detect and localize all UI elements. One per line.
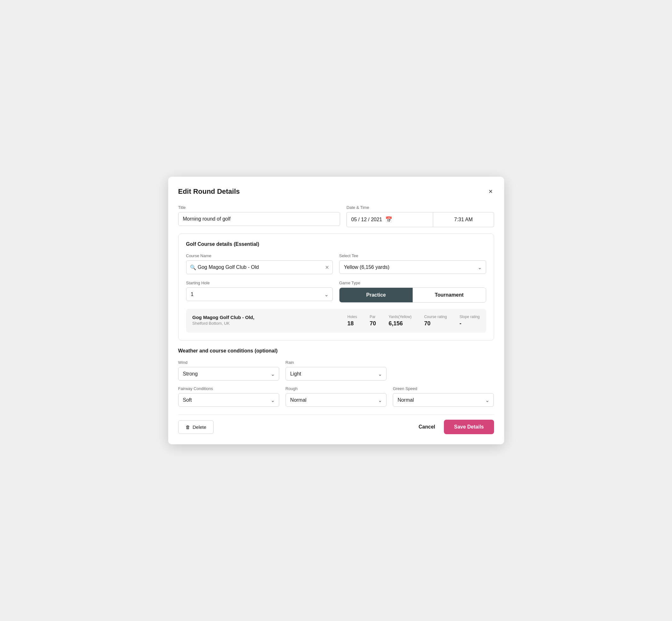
wind-label: Wind <box>178 360 279 365</box>
green-speed-group: Green Speed Slow Normal Fast Very Fast ⌄ <box>393 386 494 407</box>
rain-label: Rain <box>286 360 386 365</box>
rain-dropdown[interactable]: None Light Moderate Heavy <box>286 367 386 380</box>
practice-button[interactable]: Practice <box>339 288 413 302</box>
course-location: Shelford Bottom, UK <box>193 321 347 326</box>
time-box[interactable]: 7:31 AM <box>433 212 494 227</box>
stat-holes: Holes 18 <box>347 315 357 327</box>
search-icon: 🔍 <box>190 264 196 271</box>
close-button[interactable]: × <box>488 187 494 196</box>
starting-hole-label: Starting Hole <box>186 281 333 285</box>
golf-course-section: Golf Course details (Essential) Course N… <box>178 234 494 340</box>
wind-wrapper: Calm Light Moderate Strong Very Strong ⌄ <box>178 367 279 380</box>
conditions-section-title: Weather and course conditions (optional) <box>178 348 494 354</box>
title-group: Title <box>178 205 340 226</box>
delete-label: Delete <box>193 424 206 430</box>
rough-label: Rough <box>286 386 386 391</box>
save-button[interactable]: Save Details <box>444 420 494 434</box>
green-speed-wrapper: Slow Normal Fast Very Fast ⌄ <box>393 393 494 407</box>
stat-yards: Yards(Yellow) 6,156 <box>389 315 412 327</box>
clear-icon[interactable]: ✕ <box>325 264 329 271</box>
rough-dropdown[interactable]: Short Normal Long <box>286 393 386 407</box>
title-label: Title <box>178 205 340 210</box>
select-tee-group: Select Tee Yellow (6,156 yards) ⌄ <box>339 253 486 274</box>
course-name-label: Course Name <box>186 253 333 258</box>
date-box[interactable]: 05 / 12 / 2021 📅 <box>346 212 433 227</box>
slope-rating-label: Slope rating <box>459 315 479 319</box>
course-name-bold: Gog Magog Golf Club - Old, <box>193 315 347 320</box>
trash-icon: 🗑 <box>185 424 190 430</box>
course-rating-label: Course rating <box>424 315 447 319</box>
course-stats: Holes 18 Par 70 Yards(Yellow) 6,156 Cour… <box>347 315 480 327</box>
yards-label: Yards(Yellow) <box>389 315 412 319</box>
datetime-group: Date & Time 05 / 12 / 2021 📅 7:31 AM <box>346 205 494 227</box>
wind-dropdown[interactable]: Calm Light Moderate Strong Very Strong <box>178 367 279 380</box>
green-speed-label: Green Speed <box>393 386 494 391</box>
starting-hole-wrapper: 1 10 ⌄ <box>186 287 333 301</box>
select-tee-wrapper: Yellow (6,156 yards) ⌄ <box>339 260 486 274</box>
stat-slope-rating: Slope rating - <box>459 315 479 327</box>
course-name-search-wrapper: 🔍 ✕ <box>186 260 333 274</box>
starting-hole-dropdown[interactable]: 1 10 <box>186 287 333 301</box>
course-name-tee-row: Course Name 🔍 ✕ Select Tee Yellow (6,156… <box>186 253 486 274</box>
select-tee-label: Select Tee <box>339 253 486 258</box>
tournament-button[interactable]: Tournament <box>413 288 486 302</box>
game-type-toggle: Practice Tournament <box>339 287 486 303</box>
game-type-group: Game Type Practice Tournament <box>339 281 486 303</box>
title-input[interactable] <box>178 212 340 226</box>
course-name-group: Course Name 🔍 ✕ <box>186 253 333 274</box>
holes-value: 18 <box>347 320 354 327</box>
wind-rain-row: Wind Calm Light Moderate Strong Very Str… <box>178 360 494 380</box>
modal-title: Edit Round Details <box>178 188 240 196</box>
course-name-input[interactable] <box>186 260 333 274</box>
rough-group: Rough Short Normal Long ⌄ <box>286 386 386 407</box>
fairway-wrapper: Soft Normal Hard ⌄ <box>178 393 279 407</box>
date-value: 05 / 12 / 2021 <box>351 217 382 222</box>
rough-wrapper: Short Normal Long ⌄ <box>286 393 386 407</box>
delete-button[interactable]: 🗑 Delete <box>178 420 214 434</box>
course-info-card: Gog Magog Golf Club - Old, Shelford Bott… <box>186 309 486 333</box>
game-type-label: Game Type <box>339 281 486 285</box>
select-tee-dropdown[interactable]: Yellow (6,156 yards) <box>339 260 486 274</box>
time-value: 7:31 AM <box>454 217 473 222</box>
course-info-name: Gog Magog Golf Club - Old, Shelford Bott… <box>193 315 347 326</box>
edit-round-modal: Edit Round Details × Title Date & Time 0… <box>168 177 504 444</box>
course-section-title: Golf Course details (Essential) <box>186 241 486 247</box>
date-time-inputs: 05 / 12 / 2021 📅 7:31 AM <box>346 212 494 227</box>
green-speed-dropdown[interactable]: Slow Normal Fast Very Fast <box>393 393 494 407</box>
stat-par: Par 70 <box>370 315 376 327</box>
modal-header: Edit Round Details × <box>178 187 494 196</box>
rain-group: Rain None Light Moderate Heavy ⌄ <box>286 360 386 380</box>
fairway-rough-green-row: Fairway Conditions Soft Normal Hard ⌄ Ro… <box>178 386 494 407</box>
stat-course-rating: Course rating 70 <box>424 315 447 327</box>
fairway-label: Fairway Conditions <box>178 386 279 391</box>
course-rating-value: 70 <box>424 320 430 327</box>
datetime-label: Date & Time <box>346 205 494 210</box>
slope-rating-value: - <box>459 320 461 327</box>
fairway-dropdown[interactable]: Soft Normal Hard <box>178 393 279 407</box>
yards-value: 6,156 <box>389 320 403 327</box>
spacer <box>393 360 494 380</box>
conditions-section: Weather and course conditions (optional)… <box>178 348 494 407</box>
par-label: Par <box>370 315 376 319</box>
starting-hole-group: Starting Hole 1 10 ⌄ <box>186 281 333 301</box>
title-datetime-row: Title Date & Time 05 / 12 / 2021 📅 7:31 … <box>178 205 494 227</box>
rain-wrapper: None Light Moderate Heavy ⌄ <box>286 367 386 380</box>
holes-label: Holes <box>347 315 357 319</box>
footer-right: Cancel Save Details <box>419 420 494 434</box>
cancel-button[interactable]: Cancel <box>419 424 435 430</box>
calendar-icon: 📅 <box>385 216 392 223</box>
fairway-group: Fairway Conditions Soft Normal Hard ⌄ <box>178 386 279 407</box>
par-value: 70 <box>370 320 376 327</box>
starting-hole-gametype-row: Starting Hole 1 10 ⌄ Game Type Practice … <box>186 281 486 303</box>
wind-group: Wind Calm Light Moderate Strong Very Str… <box>178 360 279 380</box>
course-info-top: Gog Magog Golf Club - Old, Shelford Bott… <box>193 315 480 327</box>
modal-footer: 🗑 Delete Cancel Save Details <box>178 414 494 434</box>
